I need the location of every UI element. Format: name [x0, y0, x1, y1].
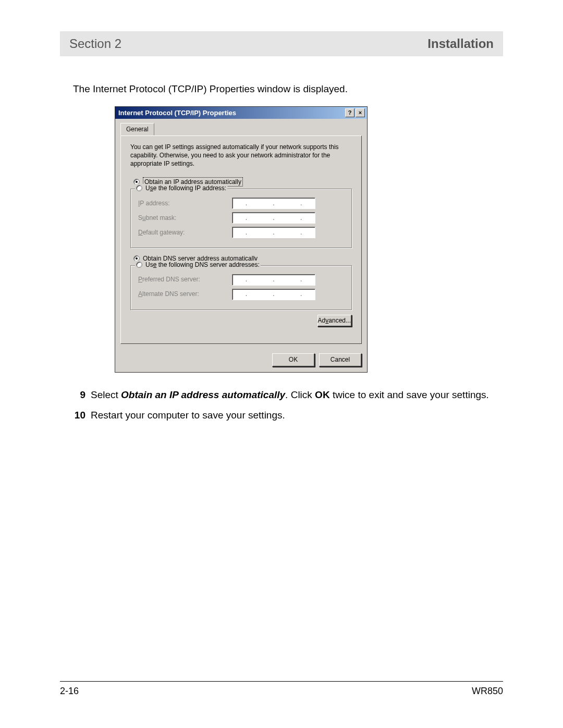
page-header: Section 2 Installation [60, 31, 503, 56]
step-number: 9 [73, 388, 91, 402]
tab-general[interactable]: General [120, 123, 154, 135]
gateway-input[interactable]: ... [232, 227, 315, 238]
text: twice to exit and save your settings. [330, 389, 489, 400]
radio-icon [136, 185, 142, 191]
gateway-row: Default gateway: ... [138, 227, 344, 238]
alt-dns-label: Alternate DNS server: [138, 290, 232, 298]
ok-button[interactable]: OK [272, 353, 315, 366]
step-10: 10 Restart your computer to save your se… [73, 409, 503, 422]
ip-address-row: IP address: ... [138, 198, 344, 209]
pref-dns-row: Preferred DNS server: ... [138, 274, 344, 286]
page-number: 2-16 [60, 686, 79, 697]
alt-dns-row: Alternate DNS server: ... [138, 289, 344, 300]
dialog-description: You can get IP settings assigned automat… [130, 143, 352, 168]
step-number: 10 [73, 409, 91, 422]
dialog-screenshot: Internet Protocol (TCP/IP) Properties ? … [115, 106, 503, 373]
text: . Click [285, 389, 315, 400]
text-bold: OK [315, 389, 330, 400]
radio-use-dns-row[interactable]: Use the following DNS server addresses: [135, 261, 261, 269]
help-button[interactable]: ? [345, 108, 354, 117]
pref-dns-label: Preferred DNS server: [138, 275, 232, 283]
radio-use-dns-label: Use the following DNS server addresses: [145, 261, 260, 269]
ip-fieldset: Use the following IP address: IP address… [130, 189, 352, 248]
tab-strip: General [120, 123, 362, 136]
radio-use-ip-row[interactable]: Use the following IP address: [135, 184, 227, 192]
dns-fieldset: Use the following DNS server addresses: … [130, 265, 352, 310]
page-content: The Internet Protocol (TCP/IP) Propertie… [73, 82, 503, 422]
step-text: Restart your computer to save your setti… [91, 409, 503, 422]
pref-dns-input[interactable]: ... [232, 274, 315, 286]
dialog-footer: OK Cancel [115, 349, 367, 372]
section-label: Section 2 [69, 36, 121, 51]
titlebar-buttons: ? × [345, 108, 365, 117]
step-9: 9 Select Obtain an IP address automatica… [73, 388, 503, 402]
advanced-row: Advanced... [130, 316, 352, 325]
dialog-body: General You can get IP settings assigned… [115, 119, 367, 349]
subnet-label: Subnet mask: [138, 214, 232, 222]
close-button[interactable]: × [356, 108, 365, 117]
tcpip-properties-dialog: Internet Protocol (TCP/IP) Properties ? … [115, 106, 368, 373]
intro-text: The Internet Protocol (TCP/IP) Propertie… [73, 82, 503, 96]
model-number: WR850 [472, 686, 503, 697]
alt-dns-input[interactable]: ... [232, 289, 315, 300]
chapter-title: Installation [427, 36, 494, 51]
dialog-title: Internet Protocol (TCP/IP) Properties [118, 108, 236, 118]
radio-use-ip-label: Use the following IP address: [145, 184, 226, 192]
subnet-row: Subnet mask: ... [138, 212, 344, 224]
text: Select [91, 389, 121, 400]
tab-panel-general: You can get IP settings assigned automat… [120, 135, 362, 344]
ip-address-input[interactable]: ... [232, 198, 315, 209]
instruction-steps: 9 Select Obtain an IP address automatica… [73, 388, 503, 422]
step-text: Select Obtain an IP address automaticall… [91, 388, 503, 402]
titlebar: Internet Protocol (TCP/IP) Properties ? … [115, 107, 367, 119]
advanced-button[interactable]: Advanced... [317, 315, 352, 327]
gateway-label: Default gateway: [138, 228, 232, 237]
cancel-button[interactable]: Cancel [319, 353, 362, 366]
radio-icon [136, 262, 142, 268]
text-bold-italic: Obtain an IP address automatically [121, 389, 285, 400]
page-footer: 2-16 WR850 [60, 681, 503, 697]
ip-address-label: IP address: [138, 199, 232, 207]
subnet-input[interactable]: ... [232, 212, 315, 224]
